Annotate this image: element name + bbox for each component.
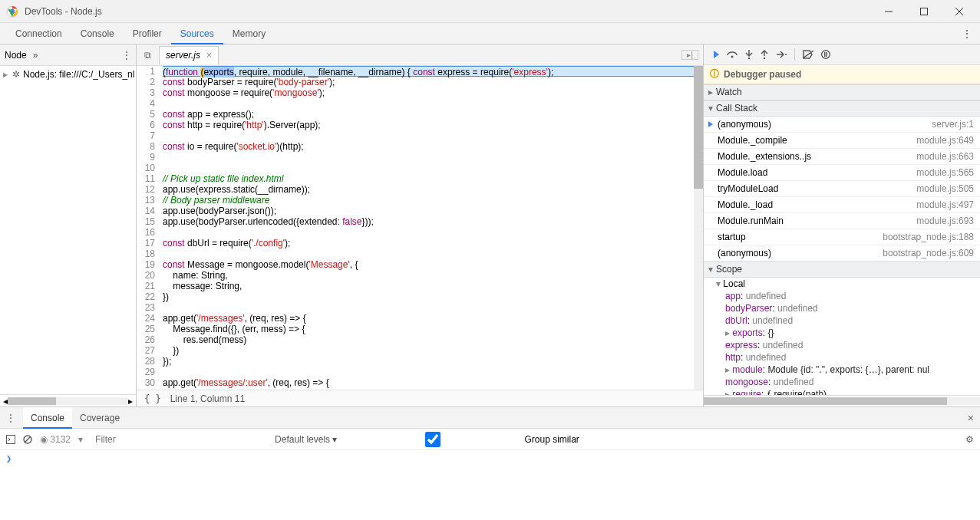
scope-section[interactable]: ▾Scope — [704, 262, 980, 278]
main-tabs: Connection Console Profiler Sources Memo… — [0, 23, 980, 44]
file-tab-label: server.js — [166, 50, 200, 61]
minimize-button[interactable] — [871, 0, 906, 23]
run-snippet-icon[interactable]: ▸| — [681, 50, 698, 60]
callstack-frame[interactable]: Module.loadmodule.js:565 — [704, 165, 980, 181]
tab-memory[interactable]: Memory — [223, 23, 275, 44]
clear-console-icon[interactable] — [23, 435, 32, 444]
scope-variable[interactable]: ▸ require: ƒ require(path) — [704, 388, 980, 395]
tab-profiler[interactable]: Profiler — [124, 23, 171, 44]
callstack-frame[interactable]: tryModuleLoadmodule.js:505 — [704, 181, 980, 197]
scope-variable[interactable]: ▸ exports: {} — [704, 327, 980, 339]
console-prompt[interactable]: ❯ — [0, 450, 980, 496]
tab-sources[interactable]: Sources — [171, 23, 223, 44]
info-badge-icon: ⓘ — [710, 67, 719, 81]
callstack-frame[interactable]: Module._loadmodule.js:497 — [704, 197, 980, 213]
close-button[interactable] — [942, 0, 977, 23]
svg-point-3 — [731, 55, 734, 58]
callstack-frame[interactable]: Module.runMainmodule.js:693 — [704, 213, 980, 229]
console-drawer: ⋮ Console Coverage × ◉ 3132 ▾ Default le… — [0, 406, 980, 496]
callstack-section[interactable]: ▾Call Stack — [704, 100, 980, 117]
triangle-right-icon: ▸ — [3, 69, 8, 80]
context-selector-pill[interactable]: ◉ 3132 ▾ — [40, 434, 83, 445]
callstack-frame[interactable]: (anonymous)server.js:1 — [704, 117, 980, 133]
scope-variable[interactable]: express: undefined — [704, 339, 980, 351]
svg-rect-8 — [824, 52, 826, 57]
scope-variable[interactable]: mongoose: undefined — [704, 376, 980, 388]
callstack-frame[interactable]: (anonymous)bootstrap_node.js:609 — [704, 245, 980, 262]
toggle-navigator-icon[interactable]: ⧉ — [141, 50, 154, 61]
resume-icon[interactable] — [710, 50, 719, 59]
step-out-icon[interactable] — [761, 50, 768, 59]
deactivate-breakpoints-icon[interactable] — [803, 50, 813, 59]
tab-console[interactable]: Console — [71, 23, 124, 44]
callstack-frame[interactable]: Module._extensions..jsmodule.js:663 — [704, 149, 980, 165]
step-over-icon[interactable] — [727, 50, 737, 59]
toggle-console-icon[interactable] — [6, 435, 15, 444]
svg-rect-2 — [921, 8, 928, 15]
chrome-logo-icon — [6, 5, 18, 18]
drawer-menu-icon[interactable]: ⋮ — [6, 413, 15, 423]
svg-rect-10 — [7, 435, 15, 443]
svg-rect-9 — [827, 52, 828, 57]
scope-variable[interactable]: ▸ module: Module {id: ".", exports: {…},… — [704, 364, 980, 376]
scope-variable[interactable]: http: undefined — [704, 351, 980, 364]
scope-variable[interactable]: app: undefined — [704, 290, 980, 302]
log-levels-dropdown[interactable]: Default levels ▾ — [275, 434, 337, 445]
callstack-frame[interactable]: startupbootstrap_node.js:188 — [704, 229, 980, 245]
group-similar-checkbox[interactable]: Group similar — [345, 432, 579, 447]
drawer-close-icon[interactable]: × — [968, 412, 974, 424]
console-filter-input[interactable] — [91, 432, 267, 447]
more-menu-icon[interactable]: ⋮ — [954, 28, 980, 40]
navigator-panel: Node » ⋮ ▸ ✲ Node.js: file:///C:/_Users_… — [0, 44, 137, 406]
drawer-tab-console[interactable]: Console — [23, 407, 72, 429]
tree-item-label: Node.js: file:///C:/_Users_nl — [23, 69, 134, 80]
window-titlebar: DevTools - Node.js — [0, 0, 980, 23]
editor-statusbar: { } Line 1, Column 11 — [137, 390, 703, 406]
code-editor[interactable]: 1234567891011121314151617181920212223242… — [137, 66, 703, 390]
window-title: DevTools - Node.js — [25, 6, 102, 17]
scope-local[interactable]: ▾ Local — [704, 278, 980, 290]
editor-panel: ⧉ server.js × ▸| 12345678910111213141516… — [137, 44, 704, 406]
debugger-panel: ⓘ Debugger paused ▸Watch ▾Call Stack (an… — [704, 44, 980, 406]
svg-point-7 — [822, 51, 830, 59]
svg-point-6 — [785, 54, 787, 55]
drawer-tab-coverage[interactable]: Coverage — [72, 407, 127, 429]
pretty-print-icon[interactable]: { } — [144, 393, 161, 404]
callstack-frame[interactable]: Module._compilemodule.js:649 — [704, 133, 980, 149]
svg-point-5 — [764, 58, 765, 59]
maximize-button[interactable] — [906, 0, 942, 23]
navigator-header[interactable]: Node — [5, 50, 27, 61]
tab-connection[interactable]: Connection — [6, 23, 71, 44]
scope-variable[interactable]: dbUrl: undefined — [704, 314, 980, 327]
step-into-icon[interactable] — [745, 50, 753, 59]
debugger-status-banner: ⓘ Debugger paused — [704, 65, 980, 84]
chevron-right-icon[interactable]: » — [33, 50, 38, 61]
console-settings-icon[interactable]: ⚙ — [965, 434, 974, 445]
gear-icon: ✲ — [12, 69, 20, 80]
tree-item-node[interactable]: ▸ ✲ Node.js: file:///C:/_Users_nl — [0, 67, 136, 81]
cursor-position: Line 1, Column 11 — [170, 393, 245, 404]
navigator-more-icon[interactable]: ⋮ — [122, 50, 131, 61]
watch-section[interactable]: ▸Watch — [704, 84, 980, 100]
close-tab-icon[interactable]: × — [206, 50, 212, 61]
scope-variable[interactable]: bodyParser: undefined — [704, 302, 980, 314]
svg-point-4 — [748, 58, 750, 59]
pause-exceptions-icon[interactable] — [821, 50, 830, 59]
navigator-scrollbar[interactable]: ◂ ▸ — [0, 394, 136, 406]
debugger-scrollbar[interactable] — [704, 395, 980, 406]
file-tab-server[interactable]: server.js × — [159, 46, 219, 64]
step-icon[interactable] — [776, 51, 787, 58]
